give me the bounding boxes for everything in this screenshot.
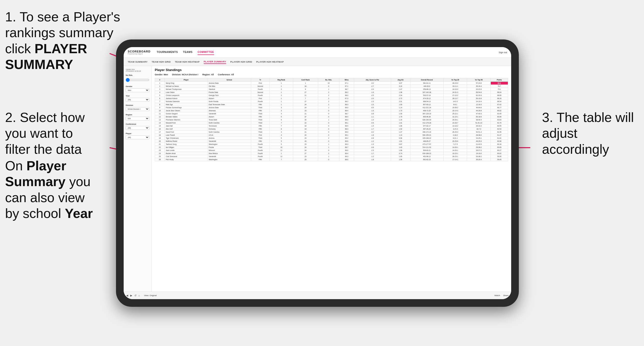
col-no-rds: No. Rds. bbox=[318, 78, 339, 82]
table-row[interactable]: 7Nicholas GabrelcikNorth FloridaFourth12… bbox=[155, 100, 508, 103]
table-row[interactable]: 1Wenyi DingArizona StateFirst111567.1-3.… bbox=[155, 82, 508, 85]
nav-items: TOURNAMENTS TEAMS COMMITTEE bbox=[157, 50, 499, 55]
table-row[interactable]: 5Christo LamprechtGeorgia TechFourth2212… bbox=[155, 94, 508, 97]
nav-right: Sign out bbox=[499, 51, 507, 54]
year-select[interactable]: (All) First Second Third Fourth Fifth bbox=[126, 98, 149, 102]
toolbar-forward[interactable]: ▶ bbox=[130, 294, 132, 297]
table-row[interactable]: 20Matthew RiedelVanderbiltFifth543069.6-… bbox=[155, 140, 508, 143]
col-adj-score: Adj. Score to Par bbox=[354, 78, 391, 82]
sub-nav-player-h2h-grid[interactable]: PLAYER H2H GRID bbox=[230, 60, 252, 64]
table-row[interactable]: 12Brendan ValdesAuburnFifth537068.4-1.11… bbox=[155, 115, 508, 118]
table-row[interactable]: 4Luke ClatonFlorida StateSecond127268.2-… bbox=[155, 91, 508, 94]
table-row[interactable]: 14Maxwell FordNorth CarolinaThird722069.… bbox=[155, 121, 508, 124]
table-row[interactable]: 2Michael La SassoOle MissSecond118067.1-… bbox=[155, 85, 508, 88]
filter-conference: Conference: All bbox=[218, 73, 234, 76]
filter-division: Division: NCAA Division I bbox=[172, 73, 198, 76]
table-row[interactable]: 10Jacob Skov OlesenArkansasFifth323068.4… bbox=[155, 109, 508, 112]
sub-nav-team-h2h-grid[interactable]: TEAM H2H GRID bbox=[152, 60, 171, 64]
table-row[interactable]: 8Mats EgeEast Tennessee StateFifth124268… bbox=[155, 103, 508, 106]
toolbar-back[interactable]: ◀ bbox=[126, 294, 128, 297]
standings-table: # Player School Yr Reg Rank Conf Rank No… bbox=[155, 78, 508, 161]
gender-select[interactable]: Men Women bbox=[126, 88, 149, 92]
watch-btn[interactable]: Watch bbox=[494, 294, 500, 297]
share-btn[interactable]: Share bbox=[503, 294, 509, 297]
sub-nav: TEAM SUMMARY TEAM H2H GRID TEAM H2H HEAT… bbox=[124, 58, 511, 66]
toolbar-right: Watch Share bbox=[494, 294, 509, 297]
bottom-toolbar: ◀ ▶ ↺ ⌂ View: Original Watch Share bbox=[124, 292, 511, 299]
col-conf-rank: Conf Rank bbox=[293, 78, 318, 82]
filter-gender: Gender: Men bbox=[155, 73, 168, 76]
sub-nav-team-summary[interactable]: TEAM SUMMARY bbox=[128, 60, 148, 64]
instruction-step1: 1. To see a Player's rankings summary cl… bbox=[5, 9, 127, 73]
table-row[interactable]: 22Ian GilliganFloridaThird1024168.7-0.81… bbox=[155, 146, 508, 149]
instruction-bottom: On Player Summary you can also view by s… bbox=[5, 158, 102, 222]
instruction-step3: 3. The table will adjust accordingly bbox=[542, 109, 639, 157]
region-select[interactable]: N/A bbox=[126, 117, 149, 120]
table-row[interactable]: 19Tiger ChristensenArizonaThird523269.2-… bbox=[155, 137, 508, 140]
sub-nav-player-h2h-heatmap[interactable]: PLAYER H2H HEATMAP bbox=[256, 60, 284, 64]
conference-section: Conference (All) bbox=[126, 123, 149, 130]
sign-out-link[interactable]: Sign out bbox=[499, 51, 507, 54]
no-rds-slider[interactable] bbox=[126, 78, 149, 82]
nav-tournaments[interactable]: TOURNAMENTS bbox=[157, 50, 178, 55]
table-row[interactable]: 17David FordNorth CarolinaThird421069.0-… bbox=[155, 131, 508, 134]
instruction-step2: 2. Select how you want to filter the dat… bbox=[5, 109, 102, 157]
logo-sub: Powered by clipp'd bbox=[128, 53, 150, 55]
sub-nav-team-h2h-heatmap[interactable]: TEAM H2H HEATMAP bbox=[175, 60, 200, 64]
nav-committee[interactable]: COMMITTEE bbox=[198, 50, 214, 55]
table-area: Player Standings Gender: Men Division: N… bbox=[152, 66, 511, 292]
table-row[interactable]: 15Jake HallTennesseeFifth718068.5-1.51.6… bbox=[155, 124, 508, 128]
player-select[interactable]: (All) bbox=[126, 135, 149, 139]
region-section: Region N/A bbox=[126, 114, 149, 120]
sub-nav-player-summary[interactable]: PLAYER SUMMARY bbox=[204, 60, 226, 64]
table-filters: Gender: Men Division: NCAA Division I Re… bbox=[155, 73, 508, 76]
col-player: Player bbox=[165, 78, 208, 82]
col-yr: Yr bbox=[251, 78, 269, 82]
table-row[interactable]: 21Taehoon SongWashingtonFourth523169.3-1… bbox=[155, 143, 508, 146]
col-vs-top25: Vs Top 25 bbox=[443, 78, 467, 82]
division-select[interactable]: NCAA Division I bbox=[126, 107, 149, 111]
toolbar-reload[interactable]: ↺ bbox=[134, 294, 136, 297]
col-points: Points bbox=[491, 78, 508, 82]
col-vs-top50: Vs Top 50 bbox=[467, 78, 491, 82]
gender-section: Gender Men Women bbox=[126, 85, 149, 92]
table-row[interactable]: 25Cole SherwoodVanderbiltFourth1223169.3… bbox=[155, 155, 508, 158]
logo-area: SCOREBOARD Powered by clipp'd bbox=[128, 50, 150, 55]
toolbar-home[interactable]: ⌂ bbox=[138, 294, 140, 297]
division-section: Division NCAA Division I bbox=[126, 104, 149, 111]
no-rds-section: No Rds. bbox=[126, 74, 149, 83]
col-avg-sg: Avg SG bbox=[391, 78, 410, 82]
table-row[interactable]: 13Phichakon MaichonTexas A&MThird630169.… bbox=[155, 118, 508, 121]
nav-teams[interactable]: TEAMS bbox=[183, 50, 193, 55]
tablet-device: SCOREBOARD Powered by clipp'd TOURNAMENT… bbox=[116, 39, 519, 307]
toolbar-view[interactable]: View: Original bbox=[144, 294, 157, 297]
table-row[interactable]: 3Michael ThorbjornsenStanfordFourth28168… bbox=[155, 88, 508, 91]
table-row[interactable]: 11Gordon SargentVanderbiltThird421068.7-… bbox=[155, 112, 508, 115]
player-section: Player (All) bbox=[126, 132, 149, 139]
table-row[interactable]: 9Preston SummerhaysArizona StateThird324… bbox=[155, 106, 508, 109]
sidebar: Update time: 27/03/2024 16:56:26 No Rds.… bbox=[124, 66, 152, 292]
col-overall-record: Overall Record bbox=[410, 78, 443, 82]
table-title: Player Standings bbox=[155, 68, 508, 72]
table-row[interactable]: 18Luke PowellUCLAFirst424069.1-1.81.1350… bbox=[155, 134, 508, 137]
table-row[interactable]: 24Bastien AmatNew MexicoFourth127269.4-1… bbox=[155, 152, 508, 155]
main-content: Update time: 27/03/2024 16:56:26 No Rds.… bbox=[124, 66, 511, 292]
col-wins: Wins bbox=[339, 78, 354, 82]
year-section: Year (All) First Second Third Fourth Fif… bbox=[126, 95, 149, 102]
logo-text: SCOREBOARD bbox=[128, 50, 150, 53]
col-rank: # bbox=[155, 78, 165, 82]
tablet-screen: SCOREBOARD Powered by clipp'd TOURNAMENT… bbox=[124, 47, 511, 299]
nav-bar: SCOREBOARD Powered by clipp'd TOURNAMENT… bbox=[124, 47, 511, 58]
table-row[interactable]: 23Jack LundinMissouriFourth1124068.6-2.3… bbox=[155, 149, 508, 152]
col-school: School bbox=[208, 78, 251, 82]
table-row[interactable]: 16Alex GoffKentuckyFifth819068.3-1.71.92… bbox=[155, 128, 508, 131]
table-row[interactable]: 26Petr HrubyWashingtonFifth725068.6-1.81… bbox=[155, 158, 508, 161]
filter-region: Region: All bbox=[202, 73, 214, 76]
conference-select[interactable]: (All) bbox=[126, 126, 149, 130]
col-reg-rank: Reg Rank bbox=[270, 78, 293, 82]
table-row[interactable]: 6Jackson KoivunAuburnFirst17267.3-2.02.7… bbox=[155, 97, 508, 100]
update-time: Update time: 27/03/2024 16:56:26 bbox=[126, 68, 149, 72]
